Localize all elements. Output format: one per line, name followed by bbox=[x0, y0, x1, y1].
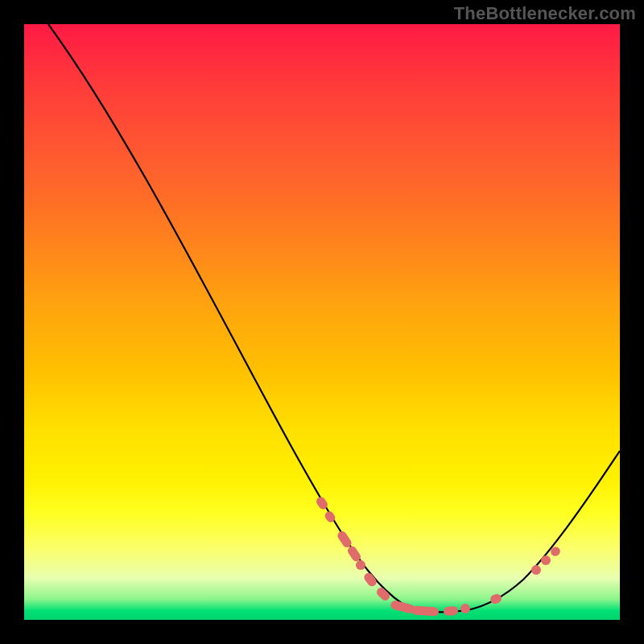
plot-area bbox=[24, 24, 620, 620]
curve-marker bbox=[541, 555, 551, 565]
chart-frame: TheBottlenecker.com bbox=[0, 0, 644, 644]
curve-marker bbox=[460, 604, 470, 613]
curve-marker bbox=[444, 606, 459, 616]
curve-marker bbox=[356, 560, 365, 570]
curve-marker bbox=[362, 572, 378, 588]
bottleneck-curve bbox=[48, 24, 620, 612]
curve-marker bbox=[411, 605, 440, 616]
curve-marker bbox=[390, 600, 415, 614]
curve-marker bbox=[375, 586, 392, 603]
curve-marker bbox=[531, 565, 541, 575]
curve-layer bbox=[24, 24, 620, 620]
marker-group bbox=[315, 495, 562, 616]
curve-marker bbox=[489, 592, 503, 605]
watermark-text: TheBottlenecker.com bbox=[454, 3, 636, 24]
